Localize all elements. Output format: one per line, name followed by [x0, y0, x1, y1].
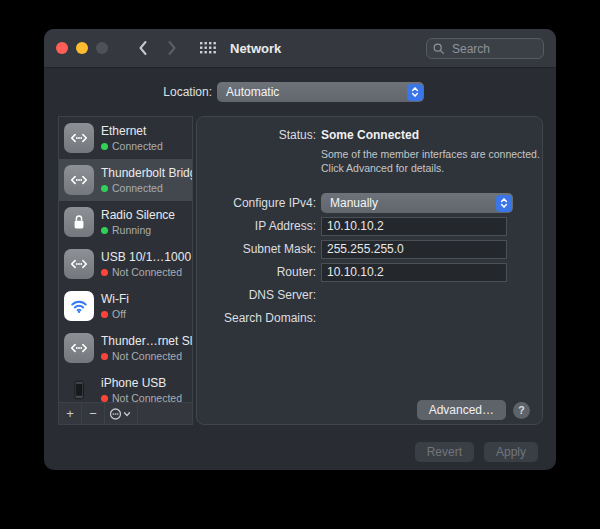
router-field[interactable] [321, 263, 507, 282]
status-text: Connected [112, 182, 163, 194]
ethernet-icon [64, 333, 94, 363]
interface-status: Connected [101, 182, 192, 194]
sidebar-list: EthernetConnectedThunderbolt BridgeConne… [59, 117, 192, 402]
status-dot [101, 227, 108, 234]
status-dot [101, 353, 108, 360]
action-menu-button[interactable] [105, 403, 138, 424]
status-text: Connected [112, 140, 163, 152]
detail-pane: Status: Some Connected Some of the membe… [196, 116, 543, 425]
sidebar-item-ethernet[interactable]: EthernetConnected [59, 117, 192, 159]
status-dot [101, 143, 108, 150]
sidebar-item-radio-silence[interactable]: Radio SilenceRunning [59, 201, 192, 243]
footer-buttons: Revert Apply [415, 442, 538, 462]
sidebar-item-text: Thunder…rnet Slot 1Not Connected [101, 334, 192, 362]
form-row-configure-ipv4: Configure IPv4:Manually [197, 193, 542, 213]
sidebar-item-text: EthernetConnected [101, 124, 163, 152]
forward-chevron-icon[interactable] [166, 40, 178, 56]
search-field[interactable] [426, 38, 544, 59]
sidebar-item-text: Wi-FiOff [101, 292, 129, 320]
add-interface-button[interactable]: + [59, 403, 82, 424]
popup-stepper-icon [407, 84, 423, 101]
revert-button[interactable]: Revert [415, 442, 474, 462]
search-icon [432, 42, 446, 56]
help-button[interactable]: ? [513, 402, 530, 419]
advanced-button[interactable]: Advanced… [417, 400, 506, 420]
location-popup[interactable]: Automatic [217, 82, 424, 102]
advanced-row: Advanced… ? [417, 400, 530, 420]
sidebar-item-text: iPhone USBNot Connected [101, 376, 182, 402]
remove-interface-button[interactable]: − [82, 403, 105, 424]
status-dot [101, 269, 108, 276]
ethernet-icon [64, 249, 94, 279]
configure-ipv4-popup[interactable]: Manually [321, 193, 513, 213]
status-value: Some Connected [321, 128, 419, 143]
traffic-lights [56, 42, 108, 54]
form-row-router: Router: [197, 262, 542, 282]
sidebar-item-wi-fi[interactable]: Wi-FiOff [59, 285, 192, 327]
form-row-ip-address: IP Address: [197, 216, 542, 236]
interface-name: Thunder…rnet Slot 1 [101, 334, 192, 348]
form-row-dns-server: DNS Server: [197, 285, 542, 305]
status-text: Not Connected [112, 350, 182, 362]
interface-status: Running [101, 224, 175, 236]
search-domains-label: Search Domains: [197, 308, 316, 328]
status-dot [101, 311, 108, 318]
back-chevron-icon[interactable] [137, 40, 149, 56]
location-row: Location: Automatic [44, 82, 556, 102]
status-text: Not Connected [112, 266, 182, 278]
page-title: Network [230, 41, 281, 56]
show-all-grid-icon[interactable] [199, 41, 217, 55]
popup-stepper-icon [496, 195, 512, 212]
apply-button[interactable]: Apply [484, 442, 538, 462]
network-preferences-window: Network Location: Automatic EthernetConn… [44, 29, 556, 470]
interface-name: Thunderbolt Bridge [101, 166, 192, 180]
nav-controls [137, 40, 178, 56]
zoom-button[interactable] [96, 42, 108, 54]
form-row-search-domains: Search Domains: [197, 308, 542, 328]
status-dot [101, 395, 108, 402]
minimize-button[interactable] [76, 42, 88, 54]
form-row-subnet-mask: Subnet Mask: [197, 239, 542, 259]
interface-sidebar: EthernetConnectedThunderbolt BridgeConne… [58, 116, 193, 425]
location-popup-value: Automatic [226, 85, 279, 99]
sidebar-toolbar: + − [59, 402, 192, 424]
interface-status: Off [101, 308, 129, 320]
titlebar: Network [44, 29, 556, 68]
status-text: Not Connected [112, 392, 182, 402]
status-row: Status: Some Connected [197, 128, 542, 143]
sidebar-item-text: Radio SilenceRunning [101, 208, 175, 236]
ethernet-icon [64, 123, 94, 153]
ip-address-field[interactable] [321, 217, 507, 236]
interface-status: Not Connected [101, 266, 192, 278]
subnet-mask-label: Subnet Mask: [197, 239, 316, 259]
sidebar-item-usb-10-1-1000-lan[interactable]: USB 10/1…1000 LANNot Connected [59, 243, 192, 285]
interface-name: iPhone USB [101, 376, 182, 390]
status-label: Status: [197, 128, 316, 143]
status-dot [101, 185, 108, 192]
interface-status: Connected [101, 140, 163, 152]
sidebar-item-text: USB 10/1…1000 LANNot Connected [101, 250, 192, 278]
interface-status: Not Connected [101, 350, 192, 362]
lock-icon [64, 207, 94, 237]
dns-server-label: DNS Server: [197, 285, 316, 305]
search-input[interactable] [450, 41, 538, 57]
sidebar-item-text: Thunderbolt BridgeConnected [101, 166, 192, 194]
sidebar-item-thunder-rnet-slot-1[interactable]: Thunder…rnet Slot 1Not Connected [59, 327, 192, 369]
subnet-mask-field[interactable] [321, 240, 507, 259]
ip-address-label: IP Address: [197, 216, 316, 236]
interface-name: Ethernet [101, 124, 163, 138]
status-text: Off [112, 308, 126, 320]
sidebar-item-thunderbolt-bridge[interactable]: Thunderbolt BridgeConnected [59, 159, 192, 201]
interface-name: Wi-Fi [101, 292, 129, 306]
interface-name: Radio Silence [101, 208, 175, 222]
close-button[interactable] [56, 42, 68, 54]
popup-value: Manually [330, 196, 378, 210]
wifi-icon [64, 291, 94, 321]
router-label: Router: [197, 262, 316, 282]
form-rows: Configure IPv4:ManuallyIP Address:Subnet… [197, 193, 542, 328]
sidebar-item-iphone-usb[interactable]: iPhone USBNot Connected [59, 369, 192, 402]
interface-name: USB 10/1…1000 LAN [101, 250, 192, 264]
interface-status: Not Connected [101, 392, 182, 402]
status-description: Some of the member interfaces are connec… [321, 148, 551, 175]
location-label: Location: [44, 82, 212, 102]
